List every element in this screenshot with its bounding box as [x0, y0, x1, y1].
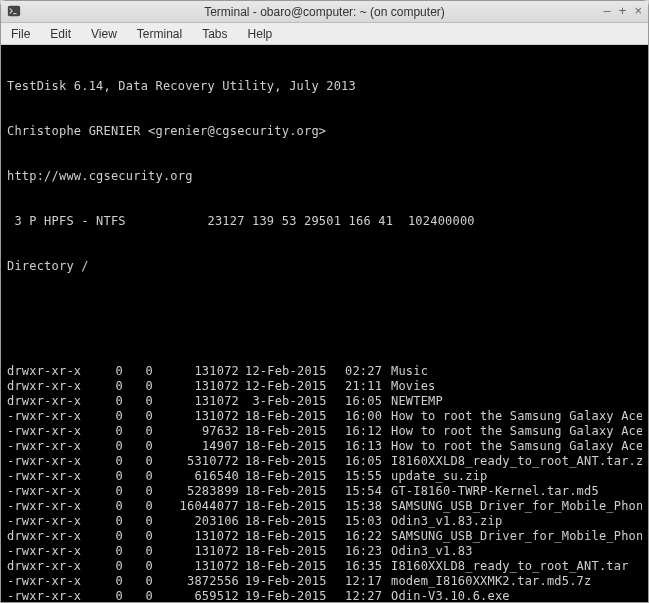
file-b: 0	[123, 529, 153, 544]
file-row[interactable]: -rwxr-xr-x0013107218-Feb-201516:23Odin3_…	[7, 544, 642, 559]
file-size: 14907	[153, 439, 239, 454]
file-size: 3872556	[153, 574, 239, 589]
file-row[interactable]: -rwxr-xr-x0065951219-Feb-201512:27Odin-V…	[7, 589, 642, 602]
file-perm: -rwxr-xr-x	[7, 484, 93, 499]
file-a: 0	[93, 499, 123, 514]
file-date: 19-Feb-2015	[239, 574, 339, 589]
file-row[interactable]: -rwxr-xr-x00531077218-Feb-201516:05I8160…	[7, 454, 642, 469]
file-date: 18-Feb-2015	[239, 544, 339, 559]
file-time: 16:00	[339, 409, 385, 424]
file-b: 0	[123, 589, 153, 602]
header-line-2: Christophe GRENIER <grenier@cgsecurity.o…	[7, 124, 642, 139]
close-button[interactable]: ×	[634, 3, 642, 18]
file-a: 0	[93, 379, 123, 394]
file-date: 18-Feb-2015	[239, 529, 339, 544]
file-b: 0	[123, 469, 153, 484]
menu-file[interactable]: File	[11, 27, 30, 41]
file-size: 131072	[153, 379, 239, 394]
file-date: 18-Feb-2015	[239, 499, 339, 514]
file-b: 0	[123, 514, 153, 529]
menu-edit[interactable]: Edit	[50, 27, 71, 41]
file-a: 0	[93, 469, 123, 484]
file-listing: drwxr-xr-x0013107212-Feb-201502:27Musicd…	[7, 364, 642, 602]
file-size: 16044077	[153, 499, 239, 514]
terminal-body[interactable]: TestDisk 6.14, Data Recovery Utility, Ju…	[1, 45, 648, 602]
terminal-window: Terminal - obaro@computer: ~ (on compute…	[0, 0, 649, 603]
file-b: 0	[123, 499, 153, 514]
menu-view[interactable]: View	[91, 27, 117, 41]
file-a: 0	[93, 394, 123, 409]
file-row[interactable]: drwxr-xr-x0013107218-Feb-201516:22SAMSUN…	[7, 529, 642, 544]
header-line-3: http://www.cgsecurity.org	[7, 169, 642, 184]
file-b: 0	[123, 544, 153, 559]
file-row[interactable]: -rwxr-xr-x00387255619-Feb-201512:17modem…	[7, 574, 642, 589]
file-row[interactable]: drwxr-xr-x0013107212-Feb-201502:27Music	[7, 364, 642, 379]
file-name: SAMSUNG_USB_Driver_for_Mobile_Phones.z	[385, 499, 642, 514]
file-b: 0	[123, 364, 153, 379]
file-perm: -rwxr-xr-x	[7, 424, 93, 439]
directory-line: Directory /	[7, 259, 642, 274]
file-size: 5283899	[153, 484, 239, 499]
menubar: File Edit View Terminal Tabs Help	[1, 23, 648, 45]
file-name: How to root the Samsung Galaxy Ace 2 -	[385, 424, 642, 439]
file-time: 21:11	[339, 379, 385, 394]
window-title: Terminal - obaro@computer: ~ (on compute…	[204, 5, 445, 19]
file-perm: -rwxr-xr-x	[7, 454, 93, 469]
menu-tabs[interactable]: Tabs	[202, 27, 227, 41]
file-time: 15:03	[339, 514, 385, 529]
file-row[interactable]: -rwxr-xr-x0013107218-Feb-201516:00How to…	[7, 409, 642, 424]
file-time: 15:55	[339, 469, 385, 484]
menu-help[interactable]: Help	[248, 27, 273, 41]
file-row[interactable]: -rwxr-xr-x0020310618-Feb-201515:03Odin3_…	[7, 514, 642, 529]
file-name: SAMSUNG_USB_Driver_for_Mobile_Phones	[385, 529, 642, 544]
file-b: 0	[123, 409, 153, 424]
file-time: 12:27	[339, 589, 385, 602]
file-a: 0	[93, 514, 123, 529]
maximize-button[interactable]: +	[619, 3, 627, 18]
file-date: 18-Feb-2015	[239, 454, 339, 469]
file-b: 0	[123, 559, 153, 574]
file-date: 18-Feb-2015	[239, 409, 339, 424]
file-time: 16:05	[339, 394, 385, 409]
file-name: Music	[385, 364, 642, 379]
file-name: Odin3_v1.83	[385, 544, 642, 559]
file-perm: drwxr-xr-x	[7, 559, 93, 574]
file-a: 0	[93, 484, 123, 499]
file-perm: -rwxr-xr-x	[7, 469, 93, 484]
file-date: 18-Feb-2015	[239, 484, 339, 499]
file-name: NEWTEMP	[385, 394, 642, 409]
file-date: 18-Feb-2015	[239, 469, 339, 484]
file-row[interactable]: drwxr-xr-x0013107218-Feb-201516:35I8160X…	[7, 559, 642, 574]
file-b: 0	[123, 394, 153, 409]
file-time: 02:27	[339, 364, 385, 379]
file-row[interactable]: -rwxr-xr-x001604407718-Feb-201515:38SAMS…	[7, 499, 642, 514]
file-size: 131072	[153, 364, 239, 379]
file-perm: drwxr-xr-x	[7, 394, 93, 409]
minimize-button[interactable]: –	[604, 3, 611, 18]
file-time: 16:35	[339, 559, 385, 574]
titlebar[interactable]: Terminal - obaro@computer: ~ (on compute…	[1, 1, 648, 23]
file-row[interactable]: -rwxr-xr-x001490718-Feb-201516:13How to …	[7, 439, 642, 454]
file-row[interactable]: -rwxr-xr-x00528389918-Feb-201515:54GT-I8…	[7, 484, 642, 499]
file-time: 15:54	[339, 484, 385, 499]
file-b: 0	[123, 454, 153, 469]
file-date: 12-Feb-2015	[239, 379, 339, 394]
file-name: Odin3_v1.83.zip	[385, 514, 642, 529]
menu-terminal[interactable]: Terminal	[137, 27, 182, 41]
file-name: I8160XXLD8_ready_to_root_ANT.tar	[385, 559, 642, 574]
file-row[interactable]: drwxr-xr-x00131072 3-Feb-201516:05NEWTEM…	[7, 394, 642, 409]
file-perm: drwxr-xr-x	[7, 529, 93, 544]
file-name: I8160XXLD8_ready_to_root_ANT.tar.zip	[385, 454, 642, 469]
file-size: 131072	[153, 559, 239, 574]
file-size: 131072	[153, 409, 239, 424]
file-a: 0	[93, 454, 123, 469]
file-row[interactable]: drwxr-xr-x0013107212-Feb-201521:11Movies	[7, 379, 642, 394]
file-size: 131072	[153, 529, 239, 544]
file-a: 0	[93, 544, 123, 559]
file-time: 15:38	[339, 499, 385, 514]
file-row[interactable]: -rwxr-xr-x0061654018-Feb-201515:55update…	[7, 469, 642, 484]
file-time: 16:23	[339, 544, 385, 559]
file-b: 0	[123, 484, 153, 499]
file-row[interactable]: -rwxr-xr-x009763218-Feb-201516:12How to …	[7, 424, 642, 439]
file-time: 16:12	[339, 424, 385, 439]
